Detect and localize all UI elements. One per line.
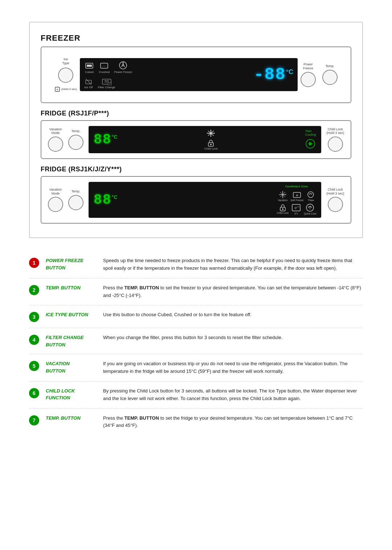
svg-point-23	[210, 144, 212, 145]
thaw-icon: Thaw	[306, 190, 315, 201]
freezer-icons-row: Cubed ···· Crushed	[84, 60, 132, 74]
list-item-3: 3 ICE TYPE BUTTON Use this button to cho…	[29, 305, 363, 328]
list-item-2: 2 TEMP. BUTTON Press the TEMP. BUTTON to…	[29, 278, 363, 306]
fridge2-bottom-icons: Child Lock 0° c 0°c	[277, 203, 317, 215]
power-freeze-button[interactable]	[301, 72, 316, 87]
child-lock-button-1[interactable]	[328, 137, 343, 152]
fridge2-row: VacationMode Temp. 88 °C	[48, 182, 344, 218]
fridge2-display: 88 °C CoolSelect Zone	[89, 182, 321, 218]
list-desc-3: Use this button to choose Cubed, Crushed…	[103, 311, 363, 319]
list-item-5: 5 VACATIONBUTTON If you are going on vac…	[29, 354, 363, 382]
ice-type-button[interactable]	[58, 68, 73, 83]
ice-off-icon	[85, 78, 93, 86]
vacation-button-2[interactable]	[48, 197, 63, 212]
coolselect-label: CoolSelect Zone	[285, 185, 308, 188]
child-lock-button-2[interactable]	[328, 197, 343, 212]
soft-freeze-icon: ❄ Soft Freeze	[290, 190, 303, 201]
list-item-7: 7 TEMP. BUTTON Press the TEMP. BUTTON to…	[29, 409, 363, 436]
list-desc-6: By pressing the Child Lock button for 3 …	[103, 387, 363, 403]
list-title-6: CHILD LOCKFUNCTION	[46, 387, 97, 402]
freezer-panel: IceType ❄ (Hold 3 sec)	[41, 46, 351, 103]
svg-rect-3	[87, 65, 92, 67]
fridge1-degree: °C	[112, 134, 118, 140]
fridge1-temp-group: 88 °C	[94, 132, 117, 147]
crushed-label: Crushed	[99, 70, 110, 74]
list-item-4: 4 FILTER CHANGEBUTTON When you change th…	[29, 328, 363, 354]
child-lock-label-2: Child Lock	[277, 212, 289, 214]
power-freeze-btn-label: PowerFreeze	[303, 62, 313, 70]
cubed-label: Cubed	[85, 70, 94, 74]
temp-btn-label: Temp.	[326, 64, 335, 68]
quick-cool-icon: Quick Cool	[304, 203, 316, 215]
child-lock-btn-group-2: Child Lock(Hold 3 sec)	[326, 188, 344, 212]
list-title-7: TEMP. BUTTON	[46, 415, 97, 422]
zero-temp-icon: 0° c	[291, 203, 301, 212]
zero-label: 0°c	[294, 212, 298, 215]
twin-cooling-group: TwinCooling	[305, 129, 316, 150]
fridge2-temp-display: 88	[94, 192, 112, 208]
panels-container: FREEZER IceType ❄ (Hold 3 sec)	[29, 22, 363, 238]
ice-off-label: Ice Off	[84, 86, 93, 89]
vacation-icon-2: Vacation	[278, 190, 288, 201]
hold-label: (Hold 3 sec)	[61, 87, 77, 91]
filter-icon-box: ↺ Filter Change	[98, 78, 115, 89]
fridge2-temp-button[interactable]	[68, 195, 83, 210]
fridge1-display: 88 °C	[89, 126, 321, 154]
fridge2-temp-group: 88 °C	[94, 192, 117, 208]
svg-line-9	[123, 64, 124, 67]
fridge2-section: FRIDGE (RSJ1K/J/Z/Y***) VacationMode Tem…	[41, 166, 351, 224]
child-lock-btn-label-2: Child Lock(Hold 3 sec)	[326, 188, 344, 196]
power-freeze-icon-box: Power Freeze	[114, 60, 132, 74]
temp-btn-group-1: Temp.	[68, 129, 83, 150]
freezer-title: FREEZER	[41, 33, 351, 43]
list-number-4: 4	[29, 335, 39, 345]
vacation-label-1: VacationMode	[49, 127, 62, 135]
child-lock-btn-group-1: Child Lock(Hold 3 sec)	[326, 127, 344, 152]
fridge2-center: CoolSelect Zone	[277, 185, 317, 215]
list-title-4: FILTER CHANGEBUTTON	[46, 334, 97, 348]
ice-off-icon-box: Ice Off	[84, 78, 93, 89]
fridge2-top-icons: Vacation ❄ Soft Freeze	[278, 190, 315, 201]
list-desc-7: Press the TEMP. BUTTON to set the fridge…	[103, 415, 363, 430]
twin-cooling-label: TwinCooling	[305, 129, 316, 137]
list-number-3: 3	[29, 312, 39, 322]
fridge1-title: FRIDGE (RSJ1F/P***)	[41, 110, 351, 117]
soft-freeze-svg: ❄	[292, 190, 302, 199]
fridge1-row: VacationMode Temp. 88 °C	[48, 126, 344, 154]
list-number-2: 2	[29, 285, 39, 295]
child-lock-btn-label-1: Child Lock(Hold 3 sec)	[326, 127, 344, 135]
crushed-icon: ····	[99, 60, 109, 70]
snowflake-sun-icon	[205, 129, 216, 138]
list-title-1: POWER FREEZEBUTTON	[46, 257, 97, 271]
filter-change-label: Filter Change	[98, 86, 115, 89]
crushed-icon-box: ···· Crushed	[99, 60, 110, 74]
temp-btn-group-2: Temp.	[68, 190, 83, 210]
zero-icon-box: 0° c 0°c	[291, 203, 301, 215]
fridge2-degree: °C	[112, 194, 118, 200]
child-lock-icon-2: Child Lock	[277, 204, 289, 214]
quick-cool-label: Quick Cool	[304, 212, 316, 215]
freezer-degree: °C	[286, 68, 293, 76]
vacation-button-1[interactable]	[48, 137, 63, 152]
vacation-icon-label-2: Vacation	[278, 199, 288, 201]
lock-icon-2	[279, 204, 286, 212]
list-section: 1 POWER FREEZEBUTTON Speeds up the time …	[29, 251, 363, 435]
fridge1-temp-label: Temp.	[72, 129, 81, 133]
list-item-6: 6 CHILD LOCKFUNCTION By pressing the Chi…	[29, 382, 363, 409]
fridge1-temp-display: 88	[94, 132, 112, 147]
cubed-icon-box: Cubed	[84, 60, 94, 74]
list-title-3: ICE TYPE BUTTON	[46, 311, 97, 318]
twin-cooling-icon	[305, 138, 316, 150]
vacation-label-2: VacationMode	[49, 188, 62, 196]
list-number-7: 7	[29, 415, 39, 425]
list-item-1: 1 POWER FREEZEBUTTON Speeds up the time …	[29, 251, 363, 278]
fridge1-temp-button[interactable]	[68, 135, 83, 150]
hold-icon: ❄	[54, 86, 60, 92]
soft-freeze-label: Soft Freeze	[290, 199, 303, 201]
fridge1-section: FRIDGE (RSJ1F/P***) VacationMode Temp.	[41, 110, 351, 159]
fridge2-temp-label: Temp.	[72, 190, 81, 193]
svg-text:c: c	[298, 205, 299, 208]
cubed-icon	[84, 60, 94, 70]
temp-button[interactable]	[322, 70, 338, 85]
power-freeze-label: Power Freeze	[114, 70, 132, 74]
